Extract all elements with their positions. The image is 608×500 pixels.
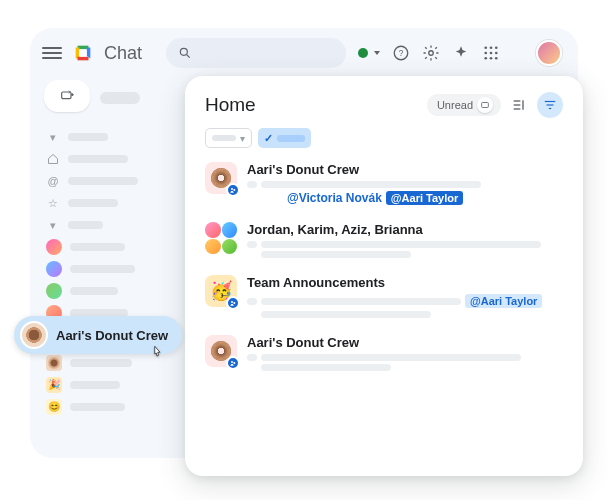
page-title: Home bbox=[205, 94, 256, 116]
conversation-item[interactable]: Aari's Donut Crew bbox=[205, 335, 563, 374]
unread-label: Unread bbox=[437, 99, 473, 111]
svg-point-31 bbox=[233, 362, 235, 364]
sparkle-icon[interactable] bbox=[452, 44, 470, 62]
menu-button[interactable] bbox=[42, 43, 62, 63]
compose-icon bbox=[59, 88, 75, 104]
space-avatar bbox=[205, 162, 237, 194]
sidebar-section-header[interactable]: ▾ bbox=[42, 214, 192, 236]
svg-point-10 bbox=[490, 52, 493, 55]
svg-line-2 bbox=[187, 55, 190, 58]
conversation-item[interactable]: Jordan, Karim, Aziz, Brianna bbox=[205, 222, 563, 261]
space-avatar bbox=[205, 335, 237, 367]
space-badge-icon bbox=[226, 296, 240, 310]
svg-rect-18 bbox=[482, 103, 489, 108]
unread-toggle[interactable]: Unread bbox=[427, 94, 501, 116]
svg-point-6 bbox=[484, 46, 487, 49]
svg-point-8 bbox=[495, 46, 498, 49]
sidebar-item-starred[interactable]: ☆ bbox=[42, 192, 192, 214]
brand-label: Chat bbox=[104, 43, 142, 64]
sidebar-dm[interactable] bbox=[42, 258, 192, 280]
svg-point-30 bbox=[231, 361, 233, 363]
svg-point-26 bbox=[231, 188, 233, 190]
compose-button[interactable] bbox=[44, 80, 90, 112]
account-avatar[interactable] bbox=[536, 40, 562, 66]
conversation-item[interactable]: Aari's Donut Crew @Victoria Novák @Aari … bbox=[205, 162, 563, 208]
sidebar: ▾ @ ☆ ▾ ▾ 🎉 😊 bbox=[42, 80, 192, 418]
donut-avatar-icon bbox=[20, 321, 48, 349]
cursor-icon bbox=[148, 344, 166, 366]
space-avatar: 🥳 bbox=[205, 275, 237, 307]
mention-link[interactable]: @Victoria Novák bbox=[287, 191, 382, 205]
chevron-down-icon[interactable] bbox=[374, 51, 380, 55]
filter-chip-active[interactable]: ✓ bbox=[258, 128, 311, 148]
conversation-list: Aari's Donut Crew @Victoria Novák @Aari … bbox=[205, 162, 563, 374]
chat-logo bbox=[72, 42, 94, 64]
sidebar-item-home[interactable] bbox=[42, 148, 192, 170]
top-bar: Chat ? bbox=[30, 28, 578, 74]
top-right-icons: ? bbox=[358, 40, 562, 66]
sidebar-section-header[interactable]: ▾ bbox=[42, 126, 192, 148]
svg-point-7 bbox=[490, 46, 493, 49]
mention-self-chip[interactable]: @Aari Taylor bbox=[386, 191, 463, 205]
help-icon[interactable]: ? bbox=[392, 44, 410, 62]
svg-text:?: ? bbox=[399, 49, 404, 58]
check-icon: ✓ bbox=[264, 132, 273, 145]
conversation-title: Aari's Donut Crew bbox=[247, 335, 563, 350]
svg-point-27 bbox=[233, 189, 235, 191]
sidebar-space[interactable]: 🎉 bbox=[42, 374, 192, 396]
settings-icon[interactable] bbox=[422, 44, 440, 62]
svg-point-12 bbox=[484, 57, 487, 60]
filter-button[interactable] bbox=[537, 92, 563, 118]
svg-point-9 bbox=[484, 52, 487, 55]
conversation-title: Aari's Donut Crew bbox=[247, 162, 563, 177]
group-avatar bbox=[205, 222, 237, 254]
space-badge-icon bbox=[226, 183, 240, 197]
conversation-title: Jordan, Karim, Aziz, Brianna bbox=[247, 222, 563, 237]
filter-icon bbox=[543, 98, 557, 112]
conversation-title: Team Announcements bbox=[247, 275, 563, 290]
svg-point-11 bbox=[495, 52, 498, 55]
status-active-icon[interactable] bbox=[358, 48, 368, 58]
home-panel: Home Unread ▾ ✓ Aari's Donut Crew bbox=[185, 76, 583, 476]
filter-dropdown[interactable]: ▾ bbox=[205, 128, 252, 148]
svg-point-13 bbox=[490, 57, 493, 60]
sort-icon[interactable] bbox=[511, 97, 527, 113]
search-icon bbox=[178, 46, 192, 60]
svg-point-1 bbox=[180, 48, 187, 55]
svg-point-29 bbox=[233, 302, 235, 304]
svg-point-5 bbox=[429, 51, 434, 56]
unread-toggle-icon bbox=[477, 97, 493, 113]
sidebar-space-selected[interactable] bbox=[42, 352, 192, 374]
sidebar-space[interactable]: 😊 bbox=[42, 396, 192, 418]
svg-rect-0 bbox=[79, 49, 86, 56]
svg-point-14 bbox=[495, 57, 498, 60]
sidebar-dm[interactable] bbox=[42, 280, 192, 302]
hover-label: Aari's Donut Crew bbox=[56, 328, 168, 343]
compose-placeholder bbox=[100, 92, 140, 104]
space-badge-icon bbox=[226, 356, 240, 370]
apps-grid-icon[interactable] bbox=[482, 44, 500, 62]
conversation-item[interactable]: 🥳 Team Announcements @Aari Taylor bbox=[205, 275, 563, 321]
sidebar-item-mentions[interactable]: @ bbox=[42, 170, 192, 192]
sidebar-dm[interactable] bbox=[42, 236, 192, 258]
mention-self-chip[interactable]: @Aari Taylor bbox=[465, 294, 542, 308]
search-input[interactable] bbox=[166, 38, 346, 68]
svg-point-28 bbox=[231, 301, 233, 303]
